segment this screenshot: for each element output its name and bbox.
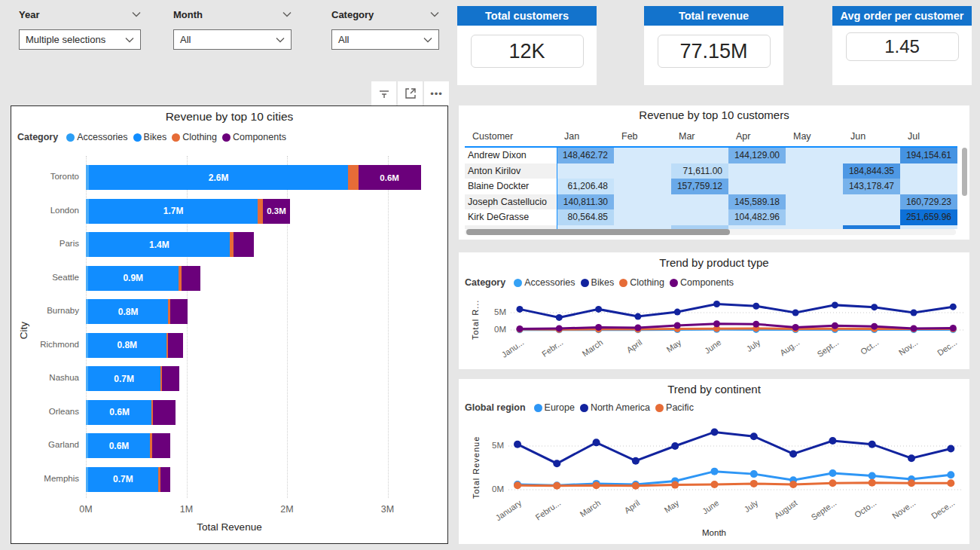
- bar-segment-clothing[interactable]: [258, 199, 263, 224]
- bar-segment-components[interactable]: 0.3M: [263, 199, 290, 224]
- chevron-down-icon: [125, 37, 134, 43]
- legend-item-clothing[interactable]: Clothing: [172, 132, 217, 142]
- bar-london[interactable]: 1.7M0.3M: [86, 199, 290, 224]
- bar-segment-bikes[interactable]: 0.8M: [88, 299, 169, 324]
- bar-segment-components[interactable]: [168, 333, 183, 358]
- product-type-line-chart-visual[interactable]: Trend by product type CategoryAccessorie…: [459, 252, 969, 369]
- chevron-down-icon: [132, 11, 141, 17]
- bar-data-label: 0.7M: [88, 467, 158, 492]
- horizontal-scrollbar[interactable]: [465, 229, 956, 235]
- value-cell: 157,759.12: [671, 179, 728, 194]
- data-point: [517, 325, 524, 332]
- bar-richmond[interactable]: 0.8M: [86, 333, 183, 358]
- chevron-down-icon: [282, 11, 292, 17]
- bar-chart-visual[interactable]: Revenue by top 10 cities CategoryAccesso…: [11, 105, 448, 544]
- value-cell: [614, 163, 671, 179]
- data-point: [789, 450, 797, 457]
- value-cell: 184,844.35: [843, 163, 900, 179]
- bar-segment-bikes[interactable]: 1.7M: [89, 199, 258, 224]
- column-header-jun[interactable]: Jun: [843, 127, 900, 146]
- bar-segment-bikes[interactable]: 0.8M: [88, 333, 166, 358]
- bar-paris[interactable]: 1.4M: [86, 232, 254, 257]
- bar-segment-bikes[interactable]: 0.7M: [88, 366, 160, 391]
- focus-mode-icon[interactable]: [398, 81, 423, 105]
- table-header-row: CustomerJanFebMarAprMayJunJul: [465, 127, 957, 148]
- bar-segment-bikes[interactable]: 0.6M: [88, 400, 151, 425]
- column-header-may[interactable]: May: [786, 127, 843, 146]
- column-header-jul[interactable]: Jul: [900, 127, 957, 146]
- data-point: [514, 481, 521, 489]
- bar-orleans[interactable]: 0.6M: [86, 400, 176, 425]
- table-row[interactable]: Anton Kirilov71,611.00184,844.35: [465, 163, 957, 179]
- table-row[interactable]: Blaine Dockter61,206.48157,759.12143,178…: [465, 179, 957, 194]
- table-visual[interactable]: Revenue by top 10 customers CustomerJanF…: [459, 105, 969, 240]
- vertical-scrollbar-thumb[interactable]: [962, 148, 967, 196]
- column-header-apr[interactable]: Apr: [728, 127, 786, 146]
- table-row[interactable]: Joseph Castellucio140,811.30145,589.1816…: [465, 194, 957, 210]
- horizontal-scrollbar-thumb[interactable]: [466, 229, 730, 235]
- legend-item-components[interactable]: Components: [222, 132, 286, 142]
- legend-item-accessories[interactable]: Accessories: [66, 132, 127, 142]
- slicer-year-dropdown[interactable]: Multiple selections: [19, 29, 141, 50]
- legend-item-bikes[interactable]: Bikes: [133, 132, 167, 142]
- data-point: [947, 471, 954, 478]
- bar-seattle[interactable]: 0.9M: [86, 266, 200, 291]
- data-point: [950, 325, 957, 332]
- bar-segment-components[interactable]: [170, 299, 188, 324]
- bar-segment-components[interactable]: [152, 433, 170, 458]
- data-point: [829, 437, 836, 445]
- bar-garland[interactable]: 0.6M: [86, 433, 170, 458]
- bar-nashua[interactable]: 0.7M: [86, 366, 179, 391]
- bar-segment-components[interactable]: [160, 467, 170, 492]
- data-point: [632, 482, 640, 490]
- bar-segment-bikes[interactable]: 1.4M: [89, 232, 230, 257]
- slicer-month-header[interactable]: Month: [173, 6, 292, 23]
- customer-table: CustomerJanFebMarAprMayJunJulAndrew Dixo…: [465, 127, 957, 229]
- more-options-icon[interactable]: •••: [424, 81, 449, 105]
- bar-segment-clothing[interactable]: [348, 165, 358, 190]
- legend-dot-icon: [66, 133, 75, 142]
- bar-segment-bikes[interactable]: 2.6M: [89, 165, 348, 190]
- bar-segment-bikes[interactable]: 0.9M: [88, 266, 179, 291]
- line-series-north-america: [517, 432, 951, 463]
- continent-line-chart-visual[interactable]: Trend by continent Global regionEuropeNo…: [459, 379, 969, 544]
- data-point: [753, 303, 759, 310]
- bar-toronto[interactable]: 2.6M0.6M: [86, 165, 421, 190]
- column-header-jan[interactable]: Jan: [557, 127, 614, 146]
- slicer-category-header[interactable]: Category: [331, 6, 439, 23]
- bar-segment-bikes[interactable]: 0.6M: [88, 433, 151, 458]
- bar-burnaby[interactable]: 0.8M: [86, 299, 188, 324]
- slicer-month-dropdown[interactable]: All: [173, 29, 292, 50]
- bar-memphis[interactable]: 0.7M: [86, 467, 170, 492]
- bar-data-label: 1.4M: [89, 232, 230, 257]
- customer-name-cell: Anton Kirilov: [465, 163, 557, 179]
- bar-segment-components[interactable]: [162, 366, 179, 391]
- slicer-year-value: Multiple selections: [26, 34, 105, 45]
- bar-segment-bikes[interactable]: 0.7M: [88, 467, 158, 492]
- column-header-mar[interactable]: Mar: [671, 127, 728, 146]
- bar-segment-components[interactable]: [153, 400, 175, 425]
- column-header-customer[interactable]: Customer: [465, 127, 557, 146]
- table-row[interactable]: Kirk DeGrasse80,564.85104,482.96251,659.…: [465, 209, 957, 225]
- data-point: [674, 322, 681, 329]
- data-point: [556, 325, 563, 332]
- bar-segment-components[interactable]: [234, 232, 254, 257]
- bar-data-label: 0.6M: [88, 433, 151, 458]
- table-row[interactable]: Andrew Dixon148,462.72144,129.00194,154.…: [465, 148, 957, 163]
- bar-data-label: 0.7M: [88, 366, 160, 391]
- column-header-feb[interactable]: Feb: [614, 127, 671, 146]
- data-point: [514, 441, 521, 448]
- line-series-bikes: [520, 304, 953, 318]
- continent-x-axis-title: Month: [459, 528, 969, 537]
- data-point: [553, 460, 560, 467]
- bar-segment-components[interactable]: [182, 266, 200, 291]
- table-title: Revenue by top 10 customers: [459, 105, 969, 121]
- x-axis-tick: 1M: [164, 504, 209, 515]
- bar-data-label: 0.3M: [263, 199, 290, 224]
- slicer-year-header[interactable]: Year: [19, 6, 141, 23]
- filter-icon[interactable]: [371, 81, 396, 105]
- kpi-value-box: 77.15M: [658, 35, 771, 68]
- bar-segment-components[interactable]: 0.6M: [359, 165, 421, 190]
- slicer-category-dropdown[interactable]: All: [331, 29, 439, 50]
- value-cell: [671, 194, 728, 210]
